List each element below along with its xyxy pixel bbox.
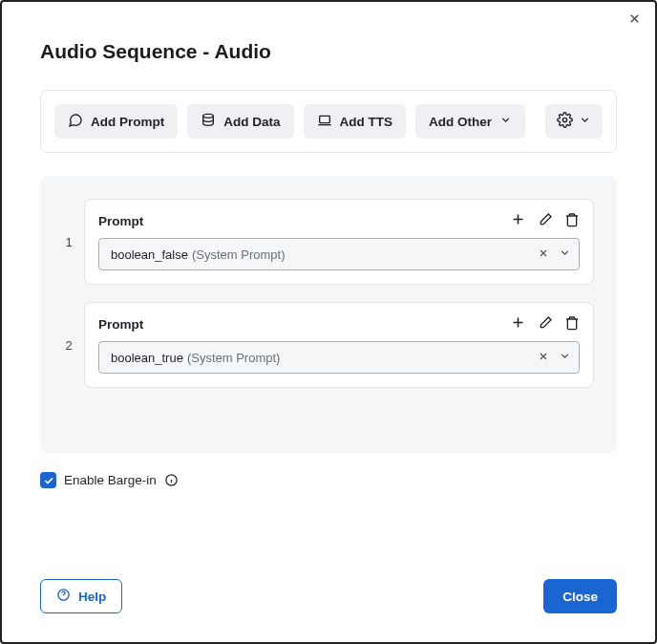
select-value: boolean_false (111, 247, 188, 262)
item-index: 2 (63, 302, 74, 388)
gear-icon (557, 112, 573, 131)
delete-item-button[interactable] (564, 315, 580, 333)
sequence-item: 1 Prompt (63, 199, 594, 285)
modal-title: Audio Sequence - Audio (40, 40, 617, 63)
sequence-item: 2 Prompt (63, 302, 594, 388)
chevron-down-icon (579, 114, 591, 129)
toolbar: Add Prompt Add Data Add TTS Add Other (40, 90, 617, 153)
help-icon (56, 588, 71, 605)
svg-rect-1 (319, 116, 329, 122)
trash-icon (564, 315, 580, 333)
item-type-label: Prompt (98, 214, 143, 228)
info-icon[interactable] (164, 473, 179, 487)
delete-item-button[interactable] (564, 212, 580, 230)
audio-sequence-modal: Audio Sequence - Audio Add Prompt Add Da… (0, 0, 657, 644)
add-data-button[interactable]: Add Data (187, 104, 293, 139)
chevron-down-icon (499, 114, 512, 129)
speech-bubble-icon (68, 113, 83, 131)
item-card: Prompt (84, 199, 594, 285)
sequence-list: 1 Prompt (40, 176, 617, 453)
plus-icon (510, 314, 526, 333)
add-item-button[interactable] (510, 211, 526, 230)
edit-item-button[interactable] (538, 315, 553, 333)
chevron-down-icon[interactable] (559, 350, 571, 365)
add-prompt-button[interactable]: Add Prompt (54, 104, 178, 139)
barge-in-label: Enable Barge-in (64, 473, 157, 487)
prompt-select[interactable]: boolean_false (System Prompt) (98, 238, 580, 270)
close-icon[interactable] (627, 11, 642, 26)
select-value-suffix: (System Prompt) (192, 247, 286, 262)
select-value: boolean_true (111, 351, 183, 365)
trash-icon (564, 212, 580, 230)
prompt-select[interactable]: boolean_true (System Prompt) (98, 341, 580, 374)
item-card: Prompt (84, 302, 594, 388)
database-icon (201, 113, 216, 131)
barge-in-checkbox[interactable] (40, 472, 56, 488)
close-button[interactable]: Close (543, 579, 617, 613)
laptop-icon (317, 113, 332, 131)
plus-icon (510, 211, 526, 230)
help-button[interactable]: Help (40, 579, 122, 613)
clear-icon[interactable] (538, 247, 549, 262)
settings-button[interactable] (545, 104, 603, 139)
add-other-button[interactable]: Add Other (415, 104, 525, 139)
pencil-icon (538, 315, 553, 333)
edit-item-button[interactable] (538, 212, 553, 230)
item-type-label: Prompt (98, 317, 143, 332)
modal-footer: Help Close (2, 558, 655, 642)
svg-point-0 (203, 114, 214, 118)
svg-point-2 (562, 118, 566, 121)
add-tts-button[interactable]: Add TTS (304, 104, 407, 139)
chevron-down-icon[interactable] (559, 247, 571, 262)
barge-in-row: Enable Barge-in (40, 472, 617, 488)
add-item-button[interactable] (510, 314, 526, 333)
pencil-icon (538, 212, 553, 230)
clear-icon[interactable] (538, 351, 549, 365)
select-value-suffix: (System Prompt) (187, 351, 281, 365)
item-index: 1 (63, 199, 74, 285)
